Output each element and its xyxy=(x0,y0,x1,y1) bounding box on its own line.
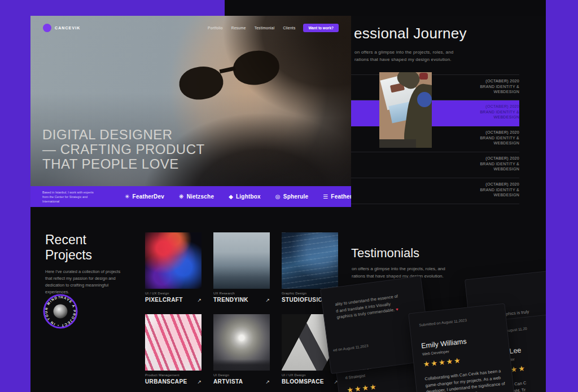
recent-projects-title: Recent Projects xyxy=(45,232,92,263)
brand-logo-icon xyxy=(43,24,51,32)
project-thumbnail xyxy=(213,314,270,371)
logo-feather: ☰ FeatherDev xyxy=(323,193,351,200)
timeline-date: (OCTABER) 2020 xyxy=(351,104,519,108)
frame-left xyxy=(0,0,30,392)
timeline-row[interactable]: (OCTABER) 2020 BRAND IDENTITY & WEBDESIG… xyxy=(351,178,519,204)
timeline-row-highlighted[interactable]: (OCTABER) 2020 BRAND IDENTITY & WEBDESIG… xyxy=(351,100,519,126)
blue-cap xyxy=(417,92,432,107)
logo-featherdev: ✳ FeatherDev xyxy=(125,193,164,200)
hero-title: DIGITAL DESIGNER — CRAFTING PRODUCT THAT… xyxy=(42,127,205,171)
project-thumbnail xyxy=(213,232,270,289)
journey-subtitle-line2: rations that have shaped my design evolu… xyxy=(354,57,452,62)
project-title: STUDIOFUSION xyxy=(282,297,327,303)
nav-resume[interactable]: Resume xyxy=(231,26,246,30)
arrow-icon[interactable]: ↗ xyxy=(197,379,202,385)
testimonials-title: Testimonials xyxy=(351,246,419,261)
journey-timeline: (OCTABER) 2020 BRAND IDENTITY & WEBDESIG… xyxy=(351,74,519,204)
brand-name: CANCEVIK xyxy=(55,26,80,30)
project-title: BLOOMSPACE xyxy=(282,378,324,385)
star-rating: ★★★★★ xyxy=(423,356,462,368)
reviewer-name: Emily Williams xyxy=(421,337,467,350)
project-title: PIXELCRAFT xyxy=(145,297,183,303)
heart-icon: ♥ xyxy=(396,307,399,312)
clients-logo-bar: Based in Istanbul, I work with experts f… xyxy=(30,186,351,207)
project-thumbnail xyxy=(145,232,202,289)
project-thumbnail xyxy=(282,232,338,289)
hero-navbar: CANCEVIK Portfolio Resume Testimonial Cl… xyxy=(30,21,351,34)
timeline-row[interactable]: (OCTABER) 2020 BRAND IDENTITY & WEBDESIG… xyxy=(351,152,519,178)
logo-lightbox: ◆ Lightbox xyxy=(229,193,261,200)
timeline-date: (OCTABER) 2020 xyxy=(351,182,519,186)
timeline-row[interactable]: (OCTABER) 2020 BRAND IDENTITY & WEBDESIG… xyxy=(351,126,519,152)
feather-icon: ☰ xyxy=(323,193,328,200)
nav-links: Portfolio Resume Testimonial Clients xyxy=(208,26,295,30)
project-card-pixelcraft[interactable]: UI / UX Design PIXELCRAFT ↗ xyxy=(145,232,202,303)
want-to-work-button[interactable]: Want to work? xyxy=(303,24,339,32)
location-note: Based in Istanbul, I work with experts f… xyxy=(42,190,108,204)
timeline-date: (OCTABER) 2020 xyxy=(351,79,519,83)
journey-photo xyxy=(379,72,432,148)
project-category: UI / UX Design xyxy=(282,373,338,377)
spherule-icon: ◎ xyxy=(275,193,281,200)
timeline-date: (OCTABER) 2020 xyxy=(351,130,519,134)
project-title: URBANSCAPE xyxy=(145,378,187,385)
nav-portfolio[interactable]: Portfolio xyxy=(208,26,223,30)
reviewer-role: d Strategist xyxy=(345,373,365,380)
frame-top xyxy=(0,0,225,16)
hero-section: CANCEVIK Portfolio Resume Testimonial Cl… xyxy=(30,16,351,186)
project-category: UI Design xyxy=(213,373,270,377)
testimonials-subtitle-line1: on offers a glimpse into the projects, r… xyxy=(352,266,445,271)
nav-testimonial[interactable]: Testimonial xyxy=(255,26,275,30)
nietzsche-icon: ❋ xyxy=(179,193,184,200)
featherdev-icon: ✳ xyxy=(125,193,130,200)
recent-projects-description: Here I've curated a collection of projec… xyxy=(45,268,120,296)
star-rating: ★★★★ xyxy=(346,382,378,392)
submitted-date: Submitted on August 11,2023 xyxy=(419,318,467,327)
submitted-date: ed on August 11,2023 xyxy=(333,343,369,352)
frame-right xyxy=(546,0,578,392)
project-card-artvista[interactable]: UI Design ARTVISTA ↗ xyxy=(213,314,270,385)
lightbox-icon: ◆ xyxy=(229,193,233,200)
testimonials-subtitle-line2: rations that have shaped my design evolu… xyxy=(352,274,444,279)
project-card-urbanscape[interactable]: Product Management URBANSCAPE ↗ xyxy=(145,314,202,385)
have-a-project-badge[interactable]: HAVE A PROJECT • IN YOUR MIND? • xyxy=(41,292,80,331)
testimonial-card-emily: Submitted on August 11,2023 Emily Willia… xyxy=(408,303,519,392)
reviewer-role: Web Developer xyxy=(422,349,450,356)
timeline-row[interactable]: (OCTABER) 2020 BRAND IDENTITY & WEBDESIG… xyxy=(351,74,519,100)
arrow-icon[interactable]: ↗ xyxy=(265,379,270,385)
sphere-icon xyxy=(54,305,68,319)
logo-spherule: ◎ Spherule xyxy=(275,193,308,200)
design-canvas: essional Journey on offers a glimpse int… xyxy=(0,0,578,392)
logo-nietzsche: ❋ Nietzsche xyxy=(179,193,214,200)
project-category: UI / UX Design xyxy=(145,292,202,295)
journey-subtitle-line1: on offers a glimpse into the projects, r… xyxy=(354,50,454,55)
project-title: TRENDYINK xyxy=(213,297,248,303)
client-logos: ✳ FeatherDev ❋ Nietzsche ◆ Lightbox ◎ Sp… xyxy=(125,193,351,200)
arrow-icon[interactable]: ↗ xyxy=(265,297,270,303)
project-card-trendyink[interactable]: UX Research TRENDYINK ↗ xyxy=(213,232,270,303)
cup xyxy=(419,73,428,80)
journey-title: essional Journey xyxy=(354,25,467,42)
timeline-date: (OCTABER) 2020 xyxy=(351,156,519,160)
project-category: UX Research xyxy=(213,292,270,295)
project-thumbnail xyxy=(145,314,202,371)
nav-clients[interactable]: Clients xyxy=(283,26,295,30)
project-title: ARTVISTA xyxy=(213,378,243,385)
project-category: Product Management xyxy=(145,373,202,377)
journey-page-backdrop xyxy=(225,0,546,17)
arrow-icon[interactable]: ↗ xyxy=(197,297,202,303)
